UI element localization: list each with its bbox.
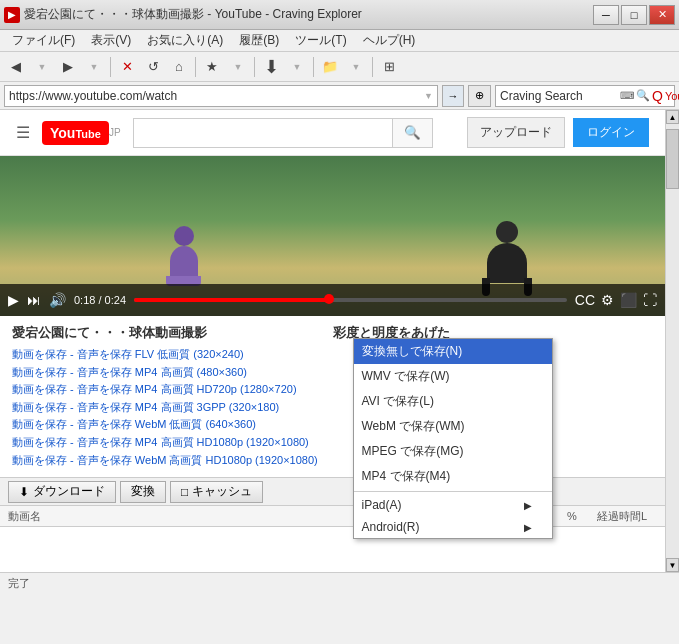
link-item-0[interactable]: 動画を保存 - 音声を保存 FLV 低画質 (320×240) — [12, 346, 333, 364]
cm-item-android[interactable]: Android(R) — [354, 516, 552, 538]
cm-item-ipad[interactable]: iPad(A) — [354, 494, 552, 516]
cm-item-avi-label: AVI で保存(L) — [362, 393, 434, 410]
yt-signin-button[interactable]: ログイン — [573, 118, 649, 147]
th-name: 動画名 — [8, 509, 357, 524]
cm-item-no-convert-label: 変換無しで保存(N) — [362, 343, 463, 360]
yt-search-input[interactable] — [134, 125, 392, 140]
fullscreen-button[interactable]: ⛶ — [643, 292, 657, 308]
link-item-4[interactable]: 動画を保存 - 音声を保存 WebM 低画質 (640×360) — [12, 416, 333, 434]
cm-item-avi[interactable]: AVI で保存(L) — [354, 389, 552, 414]
stop-button[interactable]: ✕ — [115, 55, 139, 79]
links-right: 変換無しで保存(N) WMV で保存(W) AVI で保存(L) WebM で保… — [333, 346, 654, 469]
save-dropdown[interactable]: ▼ — [285, 55, 309, 79]
convert-button[interactable]: 変換 — [120, 481, 166, 503]
scroll-up-button[interactable]: ▲ — [666, 110, 679, 124]
search-input[interactable] — [500, 89, 620, 103]
address-dropdown[interactable]: ▼ — [424, 91, 433, 101]
forward-dropdown[interactable]: ▼ — [82, 55, 106, 79]
cache-button[interactable]: □ キャッシュ — [170, 481, 263, 503]
theater-button[interactable]: ⬛ — [620, 292, 637, 308]
volume-button[interactable]: 🔊 — [49, 292, 66, 308]
cm-item-mp4[interactable]: MP4 で保存(M4) — [354, 464, 552, 489]
search-icons: ⌨ 🔍 Q You 📷 Y! R — [620, 88, 679, 104]
download-bar: ⬇ ダウンロード 変換 □ キャッシュ — [0, 477, 665, 505]
yt-menu-icon[interactable]: ☰ — [16, 123, 30, 142]
extra-button[interactable]: ⊞ — [377, 55, 401, 79]
cm-item-mpeg[interactable]: MPEG で保存(MG) — [354, 439, 552, 464]
menu-history[interactable]: 履歴(B) — [231, 30, 287, 51]
links-left: 動画を保存 - 音声を保存 FLV 低画質 (320×240) 動画を保存 - … — [12, 346, 333, 469]
title-bar-left: ▶ 愛宕公園にて・・・球体動画撮影 - YouTube - Craving Ex… — [4, 6, 362, 23]
save-button[interactable]: ⬇ — [259, 55, 283, 79]
cm-item-mpeg-label: MPEG で保存(MG) — [362, 443, 464, 460]
forward-button[interactable]: ▶ — [56, 55, 80, 79]
toolbar-separator-1 — [110, 57, 111, 77]
menu-tools[interactable]: ツール(T) — [287, 30, 354, 51]
link-item-6[interactable]: 動画を保存 - 音声を保存 WebM 高画質 HD1080p (1920×108… — [12, 452, 333, 470]
back-dropdown[interactable]: ▼ — [30, 55, 54, 79]
cm-item-no-convert[interactable]: 変換無しで保存(N) — [354, 339, 552, 364]
link-item-3[interactable]: 動画を保存 - 音声を保存 MP4 高画質 3GPP (320×180) — [12, 399, 333, 417]
search-keyboard-icon[interactable]: ⌨ — [620, 90, 634, 101]
go-button[interactable]: → — [442, 85, 464, 107]
subtitle-button[interactable]: CC — [575, 292, 595, 308]
search-icon-1[interactable]: Q — [652, 88, 663, 104]
minimize-button[interactable]: ─ — [593, 5, 619, 25]
toolbar-separator-5 — [372, 57, 373, 77]
play-button[interactable]: ▶ — [8, 292, 19, 308]
baby-figure — [166, 226, 201, 281]
menu-file[interactable]: ファイル(F) — [4, 30, 83, 51]
link-item-2[interactable]: 動画を保存 - 音声を保存 MP4 高画質 HD720p (1280×720) — [12, 381, 333, 399]
video-progress-fill — [134, 298, 329, 302]
menu-favorites[interactable]: お気に入り(A) — [139, 30, 231, 51]
home-button[interactable]: ⌂ — [167, 55, 191, 79]
scroll-thumb[interactable] — [666, 129, 679, 189]
download-label: ダウンロード — [33, 483, 105, 500]
scroll-track[interactable] — [666, 124, 679, 558]
main-area: ☰ YouTube JP 🔍 アップロード ログイン — [0, 110, 679, 572]
refresh-button[interactable]: ↺ — [141, 55, 165, 79]
next-button[interactable]: ⏭ — [27, 292, 41, 308]
th-elapsed: 経過時間L — [597, 509, 657, 524]
video-time: 0:18 / 0:24 — [74, 294, 126, 306]
cm-item-mp4-label: MP4 で保存(M4) — [362, 468, 451, 485]
yt-header-right: アップロード ログイン — [467, 117, 649, 148]
search-wrap: ⌨ 🔍 Q You 📷 Y! R — [495, 85, 675, 107]
back-button[interactable]: ◀ — [4, 55, 28, 79]
cm-item-wmv[interactable]: WMV で保存(W) — [354, 364, 552, 389]
cm-item-ipad-label: iPad(A) — [362, 498, 402, 512]
menu-bar: ファイル(F) 表示(V) お気に入り(A) 履歴(B) ツール(T) ヘルプ(… — [0, 30, 679, 52]
close-button[interactable]: ✕ — [649, 5, 675, 25]
search-magnify-icon[interactable]: 🔍 — [636, 89, 650, 102]
below-video: 愛宕公園にて・・・球体動画撮影 彩度と明度をあげた 動画を保存 - 音声を保存 … — [0, 316, 665, 477]
folder-button[interactable]: 📁 — [318, 55, 342, 79]
cm-item-webm[interactable]: WebM で保存(WM) — [354, 414, 552, 439]
refresh-addr-button[interactable]: ⊕ — [468, 85, 491, 107]
table-header: 動画名 保存種別 状態 サイズ 完了 % 経過時間L — [0, 505, 665, 527]
scroll-down-button[interactable]: ▼ — [666, 558, 679, 572]
video-container: ▶ ⏭ 🔊 0:18 / 0:24 CC ⚙ ⬛ ⛶ — [0, 156, 665, 316]
favorites-button[interactable]: ★ — [200, 55, 224, 79]
cache-icon: □ — [181, 485, 188, 499]
toolbar-separator-3 — [254, 57, 255, 77]
favorites-dropdown[interactable]: ▼ — [226, 55, 250, 79]
menu-view[interactable]: 表示(V) — [83, 30, 139, 51]
menu-help[interactable]: ヘルプ(H) — [355, 30, 424, 51]
yt-search-button[interactable]: 🔍 — [392, 119, 432, 147]
maximize-button[interactable]: □ — [621, 5, 647, 25]
address-input[interactable] — [9, 89, 424, 103]
link-item-1[interactable]: 動画を保存 - 音声を保存 MP4 高画質 (480×360) — [12, 364, 333, 382]
yt-search-wrap: 🔍 — [133, 118, 433, 148]
scrollbar: ▲ ▼ — [665, 110, 679, 572]
download-button[interactable]: ⬇ ダウンロード — [8, 481, 116, 503]
settings-button[interactable]: ⚙ — [601, 292, 614, 308]
cm-item-wmv-label: WMV で保存(W) — [362, 368, 450, 385]
video-titles: 愛宕公園にて・・・球体動画撮影 彩度と明度をあげた — [12, 324, 653, 342]
link-item-5[interactable]: 動画を保存 - 音声を保存 MP4 高画質 HD1080p (1920×1080… — [12, 434, 333, 452]
search-icon-2[interactable]: You — [665, 90, 679, 102]
links-area: 動画を保存 - 音声を保存 FLV 低画質 (320×240) 動画を保存 - … — [12, 346, 653, 469]
video-progress[interactable] — [134, 298, 567, 302]
yt-upload-button[interactable]: アップロード — [467, 117, 565, 148]
yt-logo-jp: JP — [109, 127, 121, 138]
folder-dropdown[interactable]: ▼ — [344, 55, 368, 79]
